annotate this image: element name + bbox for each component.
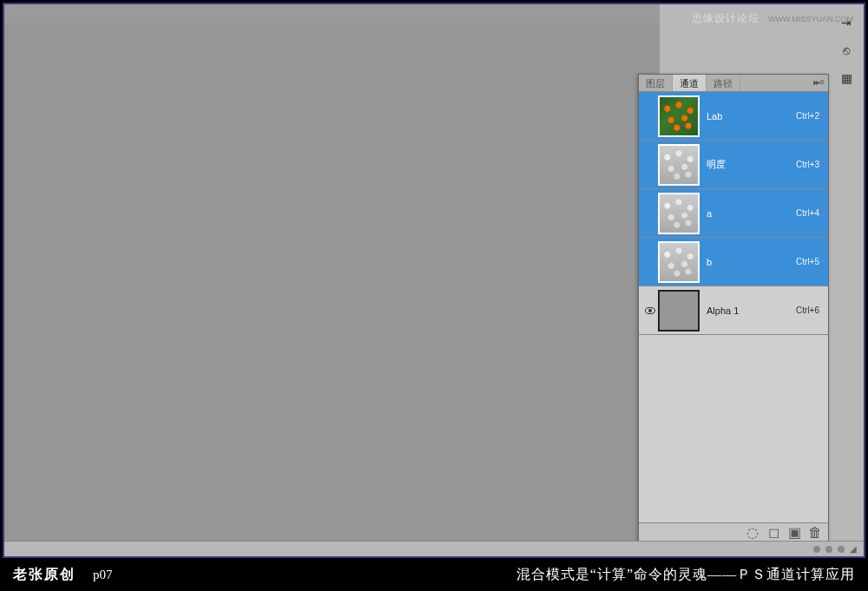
caption-title: 混合模式是“计算”命令的灵魂——ＰＳ通道计算应用 bbox=[516, 566, 855, 584]
adjust-icon[interactable]: ⎋ bbox=[837, 41, 856, 60]
channel-row-b[interactable]: b Ctrl+5 bbox=[639, 238, 828, 286]
swatches-icon[interactable]: ▦ bbox=[837, 69, 856, 88]
status-indicator bbox=[813, 546, 820, 553]
canvas-content bbox=[4, 23, 660, 542]
channel-thumbnail[interactable] bbox=[658, 144, 700, 186]
status-bar: ◢ bbox=[4, 541, 864, 556]
channel-row-lightness[interactable]: 明度 Ctrl+3 bbox=[639, 141, 828, 189]
channel-thumbnail[interactable] bbox=[658, 241, 700, 283]
channels-panel: 图层 通道 路径 ▸▸ ≡ Lab Ctrl+2 明度 Ctrl+3 a bbox=[638, 74, 829, 542]
load-selection-icon[interactable]: ◌ bbox=[746, 527, 759, 539]
channel-shortcut: Ctrl+2 bbox=[796, 111, 825, 121]
channel-shortcut: Ctrl+4 bbox=[796, 208, 825, 218]
watermark-url: WWW.MISSYUAN.COM bbox=[768, 15, 853, 23]
channel-thumbnail[interactable] bbox=[658, 290, 700, 332]
caption-author: 老张原创 bbox=[13, 566, 76, 584]
channel-row-a[interactable]: a Ctrl+4 bbox=[639, 189, 828, 238]
channel-name: b bbox=[707, 257, 796, 267]
delete-channel-icon[interactable]: 🗑 bbox=[809, 527, 821, 539]
resize-grip-icon[interactable]: ◢ bbox=[850, 544, 857, 554]
tab-layers[interactable]: 图层 bbox=[639, 75, 673, 91]
channel-row-alpha1[interactable]: Alpha 1 Ctrl+6 bbox=[639, 286, 828, 335]
channel-shortcut: Ctrl+5 bbox=[796, 257, 825, 266]
channel-shortcut: Ctrl+6 bbox=[796, 305, 825, 315]
caption-page: p07 bbox=[93, 568, 113, 582]
tab-channels[interactable]: 通道 bbox=[673, 75, 707, 91]
watermark-text: 思缘设计论坛 bbox=[692, 12, 760, 24]
channel-list: Lab Ctrl+2 明度 Ctrl+3 a Ctrl+4 b Ctrl+5 bbox=[639, 92, 828, 522]
new-channel-icon[interactable]: ▣ bbox=[788, 527, 800, 539]
visibility-toggle[interactable] bbox=[642, 307, 658, 314]
status-indicator bbox=[825, 546, 832, 553]
watermark: 思缘设计论坛 WWW.MISSYUAN.COM bbox=[692, 11, 853, 26]
canvas-area[interactable] bbox=[4, 4, 660, 542]
channel-name: 明度 bbox=[707, 158, 796, 171]
panel-tabs: 图层 通道 路径 ▸▸ ≡ bbox=[639, 75, 828, 92]
channel-name: Lab bbox=[707, 111, 796, 121]
save-selection-icon[interactable]: ◻ bbox=[767, 527, 779, 539]
channel-thumbnail[interactable] bbox=[658, 193, 700, 234]
app-frame: 思缘设计论坛 WWW.MISSYUAN.COM ⇥ ⎋ ▦ 图层 通道 路径 ▸… bbox=[3, 3, 865, 558]
channel-row-lab[interactable]: Lab Ctrl+2 bbox=[639, 92, 828, 141]
tab-paths[interactable]: 路径 bbox=[707, 75, 740, 91]
channel-shortcut: Ctrl+3 bbox=[796, 160, 825, 169]
channel-name: Alpha 1 bbox=[707, 305, 796, 316]
status-indicator bbox=[838, 546, 845, 553]
channel-name: a bbox=[707, 208, 796, 219]
right-toolbar: ⇥ ⎋ ▦ bbox=[829, 4, 864, 542]
channel-thumbnail[interactable] bbox=[658, 95, 700, 137]
eye-icon bbox=[645, 307, 655, 314]
caption-bar: 老张原创 p07 混合模式是“计算”命令的灵魂——ＰＳ通道计算应用 bbox=[3, 558, 865, 591]
panel-menu-icon[interactable]: ▸▸ ≡ bbox=[808, 75, 828, 91]
panel-footer: ◌ ◻ ▣ 🗑 bbox=[639, 522, 828, 542]
